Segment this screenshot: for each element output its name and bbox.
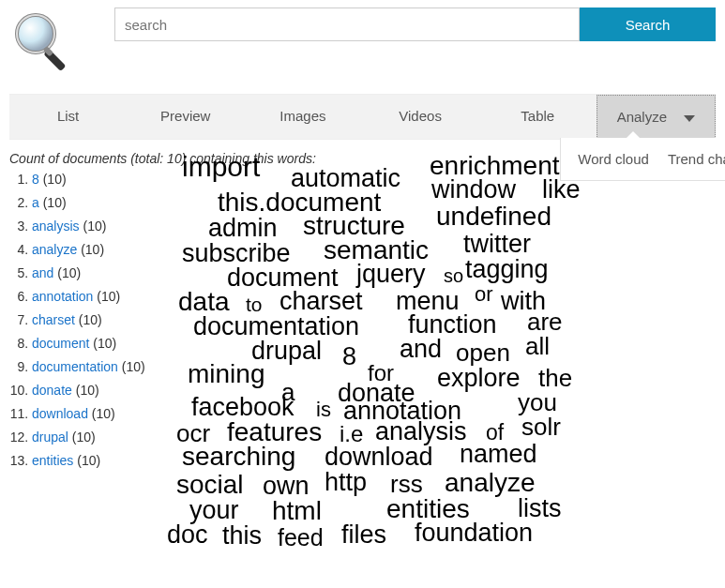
cloud-word[interactable]: this (222, 521, 262, 550)
cloud-word[interactable]: http (325, 468, 367, 497)
cloud-word[interactable]: 8 (342, 342, 356, 371)
word-list-item: document (10) (32, 334, 159, 354)
word-count: (10) (68, 430, 96, 445)
word-list-item: charset (10) (32, 310, 159, 330)
cloud-word[interactable]: so (444, 265, 463, 287)
search-input[interactable] (114, 8, 580, 41)
word-count: (10) (118, 359, 145, 374)
word-list-item: analyze (10) (32, 240, 159, 260)
word-count: (10) (39, 195, 67, 210)
cloud-word[interactable]: mining (188, 359, 264, 389)
cloud-word[interactable]: feed (278, 524, 324, 551)
word-list-item: drupal (10) (32, 428, 159, 447)
word-count: (10) (77, 242, 104, 257)
word-count: (10) (89, 336, 116, 351)
cloud-word[interactable]: and (400, 335, 442, 364)
cloud-word[interactable]: undefined (436, 202, 551, 232)
word-list-item: annotation (10) (32, 287, 159, 307)
word-count: (10) (93, 289, 120, 304)
word-count: (10) (73, 453, 100, 468)
tab-list[interactable]: List (9, 95, 127, 139)
cloud-word[interactable]: window (431, 175, 516, 204)
cloud-word[interactable]: all (525, 332, 550, 361)
dropdown-wordcloud[interactable]: Word cloud (578, 151, 649, 167)
tab-preview[interactable]: Preview (127, 95, 244, 139)
tab-videos[interactable]: Videos (362, 95, 479, 139)
word-link[interactable]: 8 (32, 172, 39, 187)
cloud-word[interactable]: tagging (465, 255, 549, 284)
cloud-word[interactable]: import (182, 151, 260, 183)
tab-table[interactable]: Table (479, 95, 597, 139)
analyze-dropdown: Word cloud Trend chart (560, 138, 725, 181)
count-label: Count of documents (total: 10) containin… (9, 151, 159, 166)
word-link[interactable]: donate (32, 383, 72, 398)
word-link[interactable]: analysis (32, 219, 80, 234)
chevron-down-icon (684, 115, 695, 122)
word-link[interactable]: drupal (32, 430, 68, 445)
word-link[interactable]: analyze (32, 242, 77, 257)
word-link[interactable]: a (32, 195, 39, 210)
cloud-word[interactable]: searching (182, 442, 295, 472)
word-count: (10) (88, 406, 115, 421)
tab-analyze[interactable]: Analyze Word cloud Trend chart (597, 95, 716, 139)
cloud-word[interactable]: files (341, 520, 386, 550)
cloud-word[interactable]: named (460, 440, 537, 469)
cloud-word[interactable]: html (272, 496, 322, 526)
word-link[interactable]: charset (32, 312, 75, 327)
word-cloud: importautomaticenrichmentthis.documentwi… (159, 151, 716, 564)
word-count: (10) (53, 265, 81, 280)
word-count: (10) (80, 219, 107, 234)
cloud-word[interactable]: foundation (415, 519, 533, 548)
word-list-item: documentation (10) (32, 357, 159, 377)
cloud-word[interactable]: explore (437, 364, 521, 393)
word-link[interactable]: and (32, 265, 53, 280)
word-list-item: entities (10) (32, 451, 159, 471)
search-button[interactable]: Search (580, 8, 716, 41)
cloud-word[interactable]: solr (521, 413, 561, 442)
dropdown-trend[interactable]: Trend chart (668, 151, 725, 167)
word-list-item: download (10) (32, 404, 159, 424)
word-list-item: donate (10) (32, 381, 159, 400)
word-list-item: 8 (10) (32, 170, 159, 189)
word-count: (10) (75, 312, 102, 327)
word-list-item: analysis (10) (32, 217, 159, 236)
word-list-item: a (10) (32, 193, 159, 213)
word-link[interactable]: download (32, 406, 88, 421)
tabs: List Preview Images Videos Table Analyze… (9, 94, 716, 140)
magnifier-logo (9, 8, 77, 75)
word-link[interactable]: document (32, 336, 89, 351)
cloud-word[interactable]: jquery (356, 260, 426, 289)
word-link[interactable]: annotation (32, 289, 93, 304)
tab-images[interactable]: Images (244, 95, 361, 139)
word-list-item: and (10) (32, 264, 159, 283)
word-list: 8 (10)a (10)analysis (10)analyze (10)and… (9, 170, 159, 471)
word-link[interactable]: documentation (32, 359, 118, 374)
cloud-word[interactable]: or (475, 282, 493, 307)
word-link[interactable]: entities (32, 453, 73, 468)
tab-analyze-label: Analyze (617, 109, 667, 125)
word-count: (10) (39, 172, 67, 187)
word-count: (10) (72, 383, 99, 398)
cloud-word[interactable]: doc (167, 520, 208, 550)
